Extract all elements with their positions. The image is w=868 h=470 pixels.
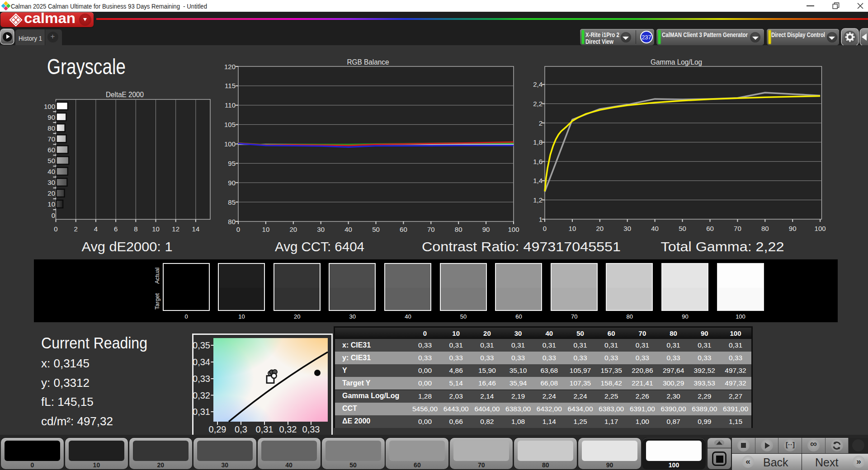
svg-text:Direct View: Direct View — [585, 38, 613, 45]
svg-text:Contrast Ratio: 497317045551: Contrast Ratio: 497317045551 — [422, 239, 621, 254]
svg-text:CalMAN Client 3 Pattern Genera: CalMAN Client 3 Pattern Generator — [662, 31, 748, 38]
svg-text:fL: 145,15: fL: 145,15 — [41, 395, 94, 409]
svg-text:Grayscale: Grayscale — [47, 55, 126, 79]
svg-text:Avg CCT: 6404: Avg CCT: 6404 — [275, 239, 364, 254]
svg-text:Total Gamma: 2,22: Total Gamma: 2,22 — [661, 239, 784, 254]
svg-text:y: 0,3312: y: 0,3312 — [41, 376, 90, 390]
svg-text:Current Reading: Current Reading — [41, 334, 147, 352]
svg-text:Direct Display Control: Direct Display Control — [771, 31, 825, 38]
svg-text:History 1: History 1 — [19, 34, 42, 42]
svg-text:237: 237 — [642, 34, 651, 41]
svg-text:x: 0,3145: x: 0,3145 — [41, 357, 90, 370]
svg-text:Avg dE2000: 1: Avg dE2000: 1 — [82, 239, 173, 254]
svg-text:cd/m²: 497,32: cd/m²: 497,32 — [41, 414, 113, 428]
svg-text:Calman 2025 Calman Ultimate fo: Calman 2025 Calman Ultimate for Business… — [11, 2, 207, 10]
